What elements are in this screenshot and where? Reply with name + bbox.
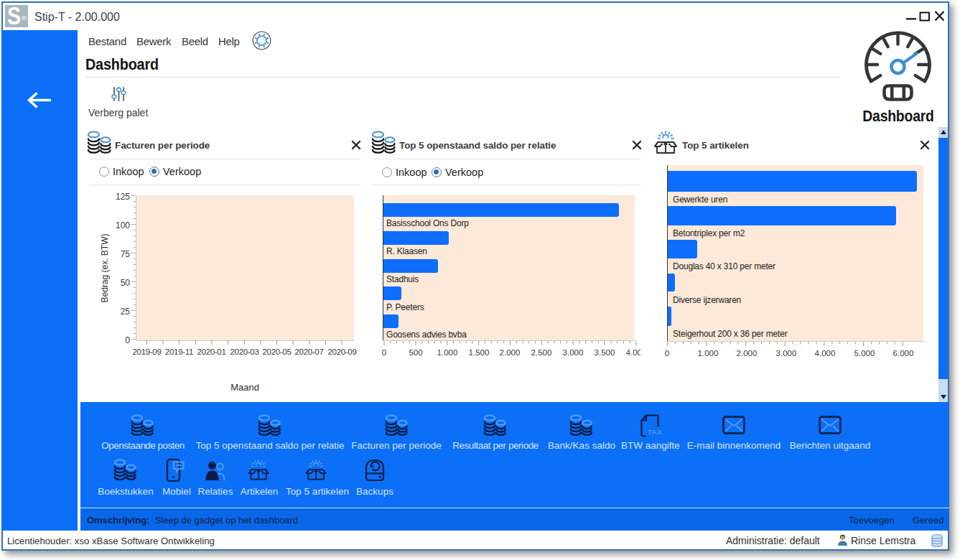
svg-text:TAX: TAX xyxy=(648,428,662,436)
